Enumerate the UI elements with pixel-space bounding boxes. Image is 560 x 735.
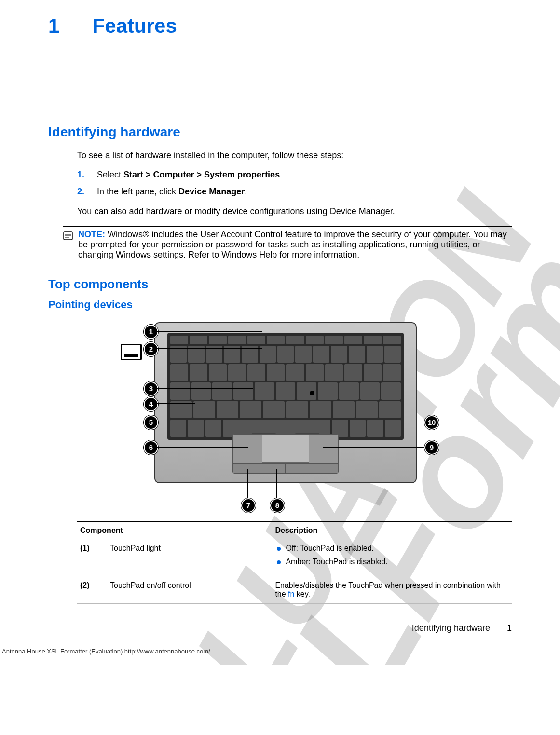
fn-key-link: fn bbox=[288, 590, 294, 598]
note-label: NOTE: bbox=[78, 230, 105, 239]
laptop-diagram: 1 2 3 4 5 6 7 8 9 10 bbox=[92, 320, 439, 513]
evaluation-footer: Antenna House XSL Formatter (Evaluation)… bbox=[0, 648, 512, 655]
note-block: NOTE: Windows® includes the User Account… bbox=[63, 226, 512, 263]
chapter-title: Features bbox=[93, 14, 177, 37]
page-footer: Identifying hardware 1 bbox=[48, 623, 512, 633]
step-number: 2. bbox=[77, 187, 95, 197]
th-component: Component bbox=[77, 522, 272, 539]
callout-10: 10 bbox=[424, 415, 439, 430]
callout-8: 8 bbox=[270, 498, 285, 513]
page-content: 1 Features Identifying hardware To see a… bbox=[0, 0, 560, 665]
subsection-pointing-devices: Pointing devices bbox=[48, 299, 512, 311]
section-identifying-hardware: Identifying hardware bbox=[48, 124, 512, 140]
callout-5: 5 bbox=[144, 415, 158, 430]
section-top-components: Top components bbox=[48, 277, 512, 292]
chapter-number: 1 bbox=[48, 14, 87, 38]
note-text: Windows® includes the User Account Contr… bbox=[78, 230, 507, 259]
callout-7: 7 bbox=[241, 498, 256, 513]
touchpad-icon bbox=[121, 344, 142, 360]
table-row: (1) TouchPad light Off: TouchPad is enab… bbox=[77, 539, 512, 576]
step-2: 2. In the left pane, click Device Manage… bbox=[77, 187, 512, 197]
step-number: 1. bbox=[77, 170, 95, 180]
callout-1: 1 bbox=[144, 325, 158, 339]
th-description: Description bbox=[272, 522, 512, 539]
after-steps-text: You can also add hardware or modify devi… bbox=[77, 205, 512, 217]
step-1: 1. Select Start > Computer > System prop… bbox=[77, 170, 512, 180]
callout-4: 4 bbox=[144, 397, 158, 411]
callout-2: 2 bbox=[144, 342, 158, 356]
chapter-heading: 1 Features bbox=[48, 14, 512, 38]
callout-6: 6 bbox=[144, 440, 158, 455]
intro-text: To see a list of hardware installed in t… bbox=[77, 150, 512, 161]
page-number: 1 bbox=[507, 623, 512, 633]
callout-9: 9 bbox=[424, 440, 439, 455]
note-icon bbox=[63, 231, 74, 260]
components-table: Component Description (1) TouchPad light… bbox=[77, 521, 512, 604]
callout-3: 3 bbox=[144, 381, 158, 396]
table-row: (2) TouchPad on/off control Enables/disa… bbox=[77, 576, 512, 603]
